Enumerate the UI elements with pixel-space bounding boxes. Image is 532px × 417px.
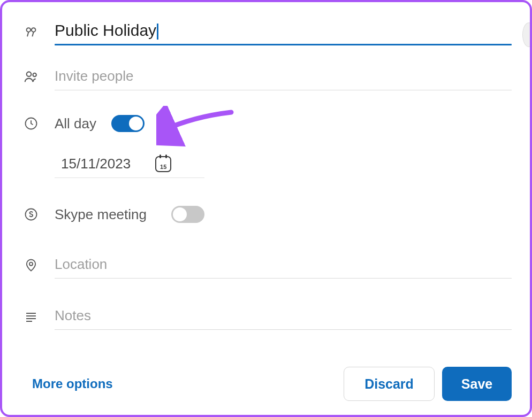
allday-toggle[interactable] (111, 115, 145, 132)
button-group: Discard Save (344, 367, 512, 401)
save-button[interactable]: Save (442, 367, 512, 401)
people-icon (22, 68, 40, 86)
divider (55, 329, 512, 330)
svg-point-2 (27, 72, 32, 76)
date-text: 15/11/2023 (61, 156, 131, 172)
svg-point-1 (32, 28, 35, 32)
notes-row (22, 303, 512, 329)
toggle-knob (173, 207, 187, 221)
title-text: Public Holiday (55, 21, 156, 40)
svg-point-6 (29, 262, 33, 265)
calendar-icon[interactable]: 15 (155, 156, 171, 172)
discard-button[interactable]: Discard (344, 367, 435, 401)
toggle-knob (129, 117, 143, 130)
more-options-link[interactable]: More options (32, 376, 113, 391)
allday-row: All day (22, 115, 512, 132)
skype-toggle[interactable] (171, 206, 204, 223)
text-caret (157, 24, 158, 40)
notes-input[interactable] (55, 303, 512, 329)
overflow-indicator (522, 22, 532, 47)
clock-icon (22, 116, 40, 131)
divider (55, 90, 512, 90)
skype-row: Skype meeting (22, 206, 512, 223)
title-row: Public Holiday (22, 20, 512, 44)
emoji-icon[interactable] (22, 25, 40, 40)
svg-point-0 (27, 28, 31, 32)
allday-label: All day (55, 115, 96, 132)
title-field[interactable]: Public Holiday (55, 20, 512, 44)
date-field[interactable]: 15/11/2023 15 (55, 153, 204, 178)
event-form: Public Holiday All day (0, 0, 532, 417)
invite-row (22, 64, 512, 90)
notes-icon (22, 310, 40, 323)
title-underline (55, 44, 512, 45)
invite-input[interactable] (55, 64, 512, 90)
svg-point-3 (33, 73, 36, 76)
location-icon (22, 257, 40, 273)
date-row: 15/11/2023 15 (55, 153, 512, 178)
skype-label: Skype meeting (55, 206, 147, 223)
divider (55, 278, 512, 279)
skype-icon (22, 207, 40, 222)
location-row (22, 252, 512, 278)
location-input[interactable] (55, 252, 512, 278)
footer: More options Discard Save (32, 367, 512, 401)
